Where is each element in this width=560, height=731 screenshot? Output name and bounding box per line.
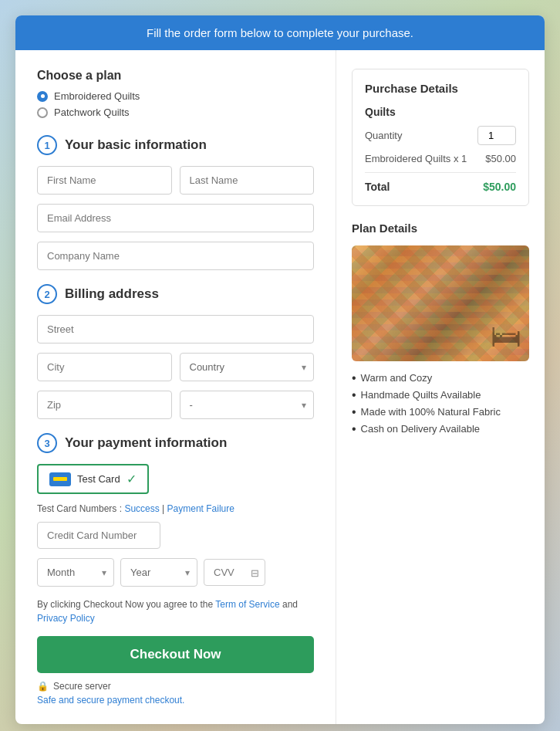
card-btn-label: Test Card [77, 473, 120, 485]
item-price: $50.00 [485, 153, 516, 164]
plan-option-patchwork[interactable]: Patchwork Quilts [37, 107, 314, 118]
email-field [37, 204, 314, 232]
privacy-link[interactable]: Privacy Policy [37, 613, 95, 624]
month-wrapper: Month [37, 558, 114, 587]
quantity-input[interactable] [477, 126, 516, 145]
country-select[interactable]: Country [180, 353, 315, 381]
purchase-title: Purchase Details [365, 82, 516, 95]
cc-number-input[interactable] [37, 522, 160, 549]
email-input[interactable] [37, 204, 314, 232]
plan-embroidered-label: Embroidered Quilts [54, 90, 140, 102]
tos-text: By clicking Checkout Now you agree to th… [37, 597, 314, 625]
step3-number: 3 [37, 433, 57, 453]
card-button[interactable]: Test Card ✓ [37, 464, 149, 494]
plan-option-embroidered[interactable]: Embroidered Quilts [37, 90, 314, 102]
bullet-3: • [352, 423, 356, 435]
choose-plan-title: Choose a plan [37, 69, 314, 83]
zip-input[interactable] [37, 391, 172, 419]
cvv-card-icon: ⊟ [251, 567, 259, 578]
lock-icon: 🔒 [37, 681, 49, 692]
company-row [37, 242, 314, 270]
feature-item-1: • Handmade Quilts Available [352, 389, 529, 401]
year-wrapper: Year [120, 558, 197, 587]
street-field [37, 315, 314, 344]
test-card-failure-link[interactable]: Payment Failure [167, 503, 234, 514]
step1-label: Your basic information [65, 137, 207, 153]
last-name-input[interactable] [180, 166, 315, 195]
tos-prefix: By clicking Checkout Now you agree to th… [37, 599, 213, 610]
step1-number: 1 [37, 135, 57, 155]
purchase-details-box: Purchase Details Quilts Quantity Embroid… [352, 69, 529, 206]
total-price: $50.00 [483, 181, 516, 193]
street-input[interactable] [37, 315, 314, 344]
radio-patchwork[interactable] [37, 107, 48, 118]
city-field [37, 353, 172, 381]
feature-text-1: Handmade Quilts Available [361, 389, 481, 401]
step2-number: 2 [37, 284, 57, 304]
left-panel: Choose a plan Embroidered Quilts Patchwo… [15, 50, 336, 724]
main-content: Choose a plan Embroidered Quilts Patchwo… [15, 50, 545, 724]
checkout-button[interactable]: Checkout Now [37, 636, 314, 673]
radio-embroidered[interactable] [37, 91, 48, 102]
month-select[interactable]: Month [37, 558, 114, 587]
feature-item-2: • Made with 100% Natural Fabric [352, 406, 529, 418]
feature-text-2: Made with 100% Natural Fabric [361, 406, 501, 418]
plan-options-section: Choose a plan Embroidered Quilts Patchwo… [37, 69, 314, 118]
zip-state-row: - [37, 391, 314, 419]
step2-label: Billing address [65, 286, 159, 302]
total-row: Total $50.00 [365, 172, 516, 193]
step1-header: 1 Your basic information [37, 135, 314, 155]
total-label: Total [365, 181, 390, 193]
cc-number-row [37, 522, 314, 549]
right-panel: Purchase Details Quilts Quantity Embroid… [336, 50, 545, 724]
item-price-row: Embroidered Quilts x 1 $50.00 [365, 153, 516, 164]
page-wrapper: Fill the order form below to complete yo… [15, 15, 545, 724]
year-select[interactable]: Year [120, 558, 197, 587]
purchase-subtitle: Quilts [365, 106, 516, 118]
test-card-prefix: Test Card Numbers : [37, 503, 122, 514]
card-icon [49, 472, 71, 486]
name-row [37, 166, 314, 195]
test-card-info: Test Card Numbers : Success | Payment Fa… [37, 503, 314, 514]
first-name-field [37, 166, 172, 195]
company-input[interactable] [37, 242, 314, 270]
checkmark-icon: ✓ [127, 472, 137, 486]
step3-header: 3 Your payment information [37, 433, 314, 453]
company-field [37, 242, 314, 270]
top-banner: Fill the order form below to complete yo… [15, 15, 545, 50]
expiry-row: Month Year ⊟ [37, 558, 314, 587]
banner-text: Fill the order form below to complete yo… [147, 26, 413, 39]
feature-list: • Warm and Cozy • Handmade Quilts Availa… [352, 372, 529, 435]
street-row [37, 315, 314, 344]
bullet-0: • [352, 372, 356, 384]
safe-text: Safe and secure payment checkout. [37, 695, 314, 706]
state-select[interactable]: - [180, 391, 315, 419]
cvv-wrapper: ⊟ [204, 559, 265, 586]
email-row [37, 204, 314, 232]
checkout-btn-label: Checkout Now [130, 647, 221, 662]
secure-server: 🔒 Secure server [37, 681, 314, 692]
last-name-field [180, 166, 315, 195]
quantity-row: Quantity [365, 126, 516, 145]
bullet-2: • [352, 406, 356, 418]
item-label: Embroidered Quilts x 1 [365, 153, 467, 164]
quantity-label: Quantity [365, 130, 402, 141]
country-field: Country [180, 353, 315, 381]
feature-item-3: • Cash on Delivery Available [352, 423, 529, 435]
quilt-image [352, 245, 529, 361]
step2-header: 2 Billing address [37, 284, 314, 304]
plan-patchwork-label: Patchwork Quilts [54, 107, 130, 118]
feature-text-3: Cash on Delivery Available [361, 423, 480, 435]
zip-field [37, 391, 172, 419]
bullet-1: • [352, 389, 356, 401]
step3-label: Your payment information [65, 435, 227, 451]
city-country-row: Country [37, 353, 314, 381]
state-field: - [180, 391, 315, 419]
test-card-separator: | [162, 503, 164, 514]
tos-link[interactable]: Term of Service [215, 599, 279, 610]
city-input[interactable] [37, 353, 172, 381]
first-name-input[interactable] [37, 166, 172, 195]
tos-and: and [282, 599, 298, 610]
test-card-success-link[interactable]: Success [124, 503, 159, 514]
feature-text-0: Warm and Cozy [361, 372, 433, 384]
